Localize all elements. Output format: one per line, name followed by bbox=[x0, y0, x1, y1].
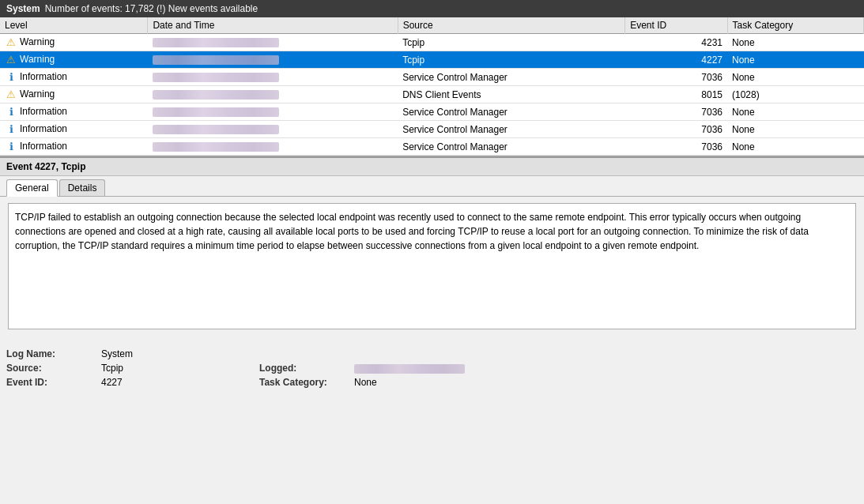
app-name: System bbox=[6, 3, 40, 14]
cell-taskcategory: None bbox=[727, 69, 864, 86]
cell-datetime bbox=[148, 69, 398, 86]
cell-level: ℹInformation bbox=[0, 69, 148, 86]
info-icon: ℹ bbox=[5, 71, 17, 84]
cell-eventid: 7036 bbox=[625, 69, 727, 86]
cell-taskcategory: None bbox=[727, 138, 864, 156]
logged-label: Logged: bbox=[259, 363, 354, 374]
datetime-blur bbox=[153, 90, 279, 100]
cell-datetime bbox=[148, 86, 398, 103]
cell-source: DNS Client Events bbox=[398, 86, 625, 103]
warning-icon: ⚠ bbox=[5, 54, 17, 66]
event-id-label: Event ID: bbox=[6, 377, 101, 388]
cell-taskcategory: None bbox=[727, 34, 864, 51]
detail-panel: Event 4227, Tcpip General Details TCP/IP… bbox=[0, 156, 864, 393]
title-bar: System Number of events: 17,782 (!) New … bbox=[0, 0, 864, 17]
tab-content-general: TCP/IP failed to establish an outgoing c… bbox=[0, 197, 864, 336]
cell-source: Service Control Manager bbox=[398, 138, 625, 156]
info-icon: ℹ bbox=[5, 123, 17, 136]
table-row[interactable]: ℹInformationService Control Manager7036N… bbox=[0, 103, 864, 121]
cell-source: Service Control Manager bbox=[398, 103, 625, 121]
task-category-label: Task Category: bbox=[259, 377, 354, 388]
cell-eventid: 4227 bbox=[625, 51, 727, 69]
cell-level: ⚠Warning bbox=[0, 34, 148, 51]
source-value: Tcpip bbox=[101, 363, 259, 374]
datetime-blur bbox=[153, 38, 279, 47]
warning-icon: ⚠ bbox=[5, 36, 17, 49]
cell-eventid: 7036 bbox=[625, 121, 727, 138]
tab-general[interactable]: General bbox=[6, 179, 58, 197]
info-icon: ℹ bbox=[5, 106, 17, 118]
datetime-blur bbox=[153, 107, 279, 117]
cell-source: Tcpip bbox=[398, 34, 625, 51]
table-row[interactable]: ⚠WarningTcpip4227None bbox=[0, 51, 864, 69]
event-meta: Log Name: System Source: Tcpip Logged: E… bbox=[0, 344, 864, 393]
cell-datetime bbox=[148, 121, 398, 138]
cell-source: Service Control Manager bbox=[398, 69, 625, 86]
table-row[interactable]: ℹInformationService Control Manager7036N… bbox=[0, 121, 864, 138]
cell-datetime bbox=[148, 103, 398, 121]
cell-level: ⚠Warning bbox=[0, 86, 148, 103]
col-header-taskcategory: Task Category bbox=[727, 17, 864, 34]
cell-taskcategory: None bbox=[727, 51, 864, 69]
col-header-eventid: Event ID bbox=[625, 17, 727, 34]
cell-level: ℹInformation bbox=[0, 103, 148, 121]
table-row[interactable]: ⚠WarningDNS Client Events8015(1028) bbox=[0, 86, 864, 103]
cell-eventid: 7036 bbox=[625, 103, 727, 121]
cell-level: ℹInformation bbox=[0, 138, 148, 156]
log-name-value: System bbox=[101, 348, 259, 359]
log-name-label: Log Name: bbox=[6, 348, 101, 359]
tab-details[interactable]: Details bbox=[59, 179, 106, 196]
status-text: Number of events: 17,782 (!) New events … bbox=[45, 3, 258, 14]
event-description-text: TCP/IP failed to establish an outgoing c… bbox=[15, 212, 809, 251]
table-row[interactable]: ℹInformationService Control Manager7036N… bbox=[0, 138, 864, 156]
detail-title: Event 4227, Tcpip bbox=[0, 158, 864, 176]
event-table-container: Level Date and Time Source Event ID Task… bbox=[0, 17, 864, 156]
table-header-row: Level Date and Time Source Event ID Task… bbox=[0, 17, 864, 34]
info-icon: ℹ bbox=[5, 141, 17, 153]
cell-eventid: 8015 bbox=[625, 86, 727, 103]
table-row[interactable]: ℹInformationService Control Manager7036N… bbox=[0, 69, 864, 86]
table-row[interactable]: ⚠WarningTcpip4231None bbox=[0, 34, 864, 51]
cell-eventid: 4231 bbox=[625, 34, 727, 51]
logged-value-blur bbox=[354, 364, 465, 374]
warning-icon: ⚠ bbox=[5, 88, 17, 101]
cell-level: ℹInformation bbox=[0, 121, 148, 138]
cell-level: ⚠Warning bbox=[0, 51, 148, 69]
datetime-blur bbox=[153, 55, 279, 65]
task-category-value: None bbox=[354, 377, 552, 388]
cell-taskcategory: None bbox=[727, 103, 864, 121]
cell-source: Service Control Manager bbox=[398, 121, 625, 138]
cell-source: Tcpip bbox=[398, 51, 625, 69]
cell-datetime bbox=[148, 34, 398, 51]
event-description-box: TCP/IP failed to establish an outgoing c… bbox=[8, 203, 856, 329]
col-header-level: Level bbox=[0, 17, 148, 34]
cell-taskcategory: (1028) bbox=[727, 86, 864, 103]
datetime-blur bbox=[153, 142, 279, 152]
datetime-blur bbox=[153, 125, 279, 134]
source-label: Source: bbox=[6, 363, 101, 374]
col-header-datetime: Date and Time bbox=[148, 17, 398, 34]
logged-value bbox=[354, 363, 552, 374]
tabs-row: General Details bbox=[0, 176, 864, 197]
cell-datetime bbox=[148, 138, 398, 156]
event-id-value: 4227 bbox=[101, 377, 259, 388]
cell-datetime bbox=[148, 51, 398, 69]
cell-taskcategory: None bbox=[727, 121, 864, 138]
event-table: Level Date and Time Source Event ID Task… bbox=[0, 17, 864, 156]
datetime-blur bbox=[153, 73, 279, 82]
cell-eventid: 7036 bbox=[625, 138, 727, 156]
col-header-source: Source bbox=[398, 17, 625, 34]
